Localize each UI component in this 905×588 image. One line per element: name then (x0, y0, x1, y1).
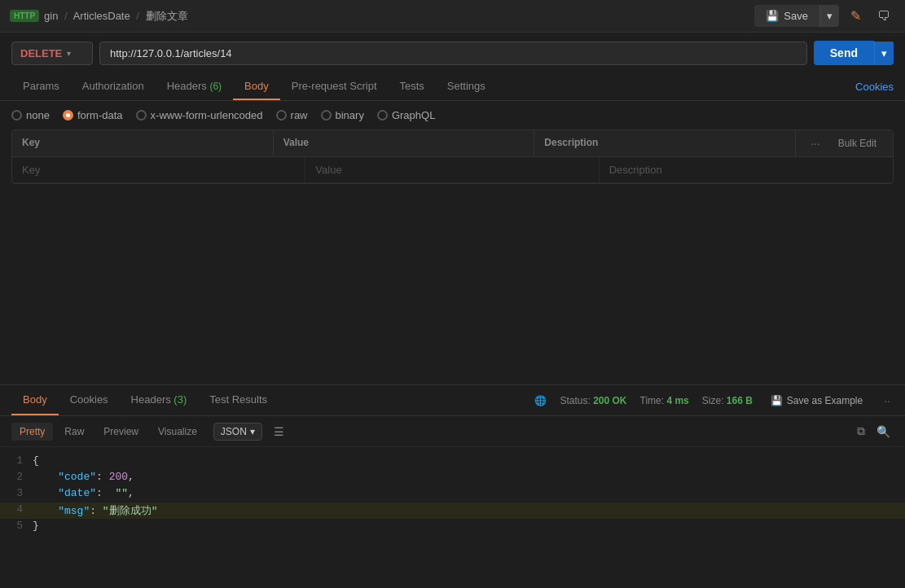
filter-icon: ☰ (274, 425, 284, 438)
format-tab-raw[interactable]: Raw (56, 423, 92, 441)
breadcrumb: gin / ArticlesDate / 删除文章 (44, 9, 187, 24)
top-bar: HTTP gin / ArticlesDate / 删除文章 💾 Save ▾ … (0, 0, 905, 33)
send-button-group: Send ▾ (814, 41, 894, 65)
code-line-1: 1 { (0, 454, 905, 470)
url-input[interactable] (99, 42, 807, 65)
radio-circle-form-data (63, 110, 73, 121)
top-bar-actions: 💾 Save ▾ ✎ 🗨 (754, 3, 895, 29)
response-tab-cookies[interactable]: Cookies (59, 385, 120, 415)
copy-button[interactable]: ⧉ (854, 421, 868, 441)
save-icon: 💾 (766, 10, 779, 22)
search-icon: 🔍 (876, 425, 890, 438)
send-chevron-button[interactable]: ▾ (874, 42, 894, 65)
format-tab-preview[interactable]: Preview (95, 423, 147, 441)
size-label: Size: 166 B (702, 395, 753, 406)
breadcrumb-part2: ArticlesDate (73, 10, 130, 22)
status-code: 200 OK (593, 395, 626, 406)
tab-authorization[interactable]: Authorization (71, 73, 156, 100)
radio-binary[interactable]: binary (321, 109, 364, 121)
comment-icon: 🗨 (877, 9, 890, 23)
response-tabs: Body Cookies Headers (3) Test Results 🌐 … (0, 385, 905, 416)
radio-circle-binary (321, 110, 332, 121)
radio-label-binary: binary (336, 109, 364, 121)
status-label: Status: 200 OK (560, 395, 626, 406)
code-content-2: "code": 200, (33, 471, 134, 483)
format-actions: ⧉ 🔍 (854, 421, 894, 441)
kv-col-key: Key (12, 130, 274, 156)
radio-label-none: none (26, 109, 50, 121)
response-tab-headers[interactable]: Headers (3) (120, 385, 199, 415)
edit-icon: ✎ (850, 9, 861, 23)
format-tab-pretty[interactable]: Pretty (11, 423, 53, 441)
radio-none[interactable]: none (11, 109, 50, 121)
tab-settings[interactable]: Settings (436, 73, 497, 100)
edit-button[interactable]: ✎ (846, 3, 866, 29)
radio-raw[interactable]: raw (276, 109, 308, 121)
format-tabs: Pretty Raw Preview Visualize JSON ▾ ☰ ⧉ … (0, 416, 905, 447)
size-value: 166 B (727, 395, 753, 406)
save-chevron-button[interactable]: ▾ (819, 5, 839, 27)
kv-table: Key Value Description ··· Bulk Edit Key … (11, 129, 894, 184)
request-tabs: Params Authorization Headers (6) Body Pr… (0, 73, 905, 101)
breadcrumb-sep1: / (64, 10, 68, 22)
code-line-3: 3 "date": "", (0, 486, 905, 502)
tab-pre-request-script[interactable]: Pre-request Script (280, 73, 389, 100)
response-code-viewer: 1 { 2 "code": 200, 3 "date": "", 4 "msg"… (0, 447, 905, 585)
format-type-label: JSON (221, 426, 247, 437)
url-bar: DELETE ▾ Send ▾ (0, 33, 905, 73)
radio-circle-graphql (377, 110, 388, 121)
save-button-group: 💾 Save ▾ (754, 5, 839, 27)
radio-circle-none (11, 110, 22, 121)
response-tab-body[interactable]: Body (11, 385, 59, 415)
tab-body[interactable]: Body (233, 73, 280, 100)
response-status: 🌐 Status: 200 OK Time: 4 ms Size: 166 B … (534, 391, 894, 410)
format-tab-visualize[interactable]: Visualize (150, 423, 205, 441)
response-tab-test-results[interactable]: Test Results (198, 385, 279, 415)
breadcrumb-sep2: / (136, 10, 139, 22)
http-badge: HTTP (10, 10, 39, 22)
save-example-label: Save as Example (787, 395, 863, 406)
kv-actions: ··· Bulk Edit (796, 130, 893, 156)
response-more-button[interactable]: ·· (881, 391, 894, 410)
code-line-4: 4 "msg": "删除成功" (0, 502, 905, 519)
code-content-1: { (33, 454, 39, 467)
radio-form-data[interactable]: form-data (63, 109, 123, 121)
tab-tests[interactable]: Tests (389, 73, 436, 100)
code-content-3: "date": "", (33, 487, 134, 499)
search-button[interactable]: 🔍 (873, 421, 894, 441)
globe-icon: 🌐 (534, 395, 547, 406)
radio-urlencoded[interactable]: x-www-form-urlencoded (136, 109, 263, 121)
cookies-link[interactable]: Cookies (855, 81, 894, 93)
radio-graphql[interactable]: GraphQL (377, 109, 435, 121)
tab-params[interactable]: Params (11, 73, 71, 100)
save-example-button[interactable]: 💾 Save as Example (766, 392, 868, 410)
bulk-edit-button[interactable]: Bulk Edit (832, 134, 883, 152)
format-type-selector[interactable]: JSON ▾ (213, 423, 262, 441)
kv-col-value: Value (274, 130, 535, 156)
copy-icon: ⧉ (857, 424, 865, 437)
comment-button[interactable]: 🗨 (872, 4, 895, 29)
radio-label-urlencoded: x-www-form-urlencoded (151, 109, 263, 121)
response-section: Body Cookies Headers (3) Test Results 🌐 … (0, 384, 905, 588)
format-chevron-icon: ▾ (250, 426, 255, 437)
code-content-4: "msg": "删除成功" (33, 503, 157, 518)
breadcrumb-part3: 删除文章 (146, 10, 188, 22)
tab-headers[interactable]: Headers (6) (156, 73, 233, 100)
save-button[interactable]: 💾 Save (754, 5, 819, 27)
radio-circle-urlencoded (136, 110, 147, 121)
code-line-5: 5 } (0, 519, 905, 535)
kv-value-cell: Value (305, 157, 599, 182)
breadcrumb-part1: gin (44, 10, 58, 22)
method-selector[interactable]: DELETE ▾ (11, 42, 93, 65)
send-button[interactable]: Send (814, 41, 874, 65)
time-label: Time: 4 ms (640, 395, 689, 406)
kv-key-cell: Key (12, 157, 305, 182)
filter-button[interactable]: ☰ (269, 423, 289, 441)
code-line-2: 2 "code": 200, (0, 470, 905, 486)
radio-label-graphql: GraphQL (392, 109, 435, 121)
radio-label-raw: raw (291, 109, 308, 121)
save-label: Save (784, 10, 808, 22)
body-options: none form-data x-www-form-urlencoded raw… (0, 101, 905, 129)
time-value: 4 ms (666, 395, 688, 406)
kv-more-button[interactable]: ··· (806, 134, 825, 153)
